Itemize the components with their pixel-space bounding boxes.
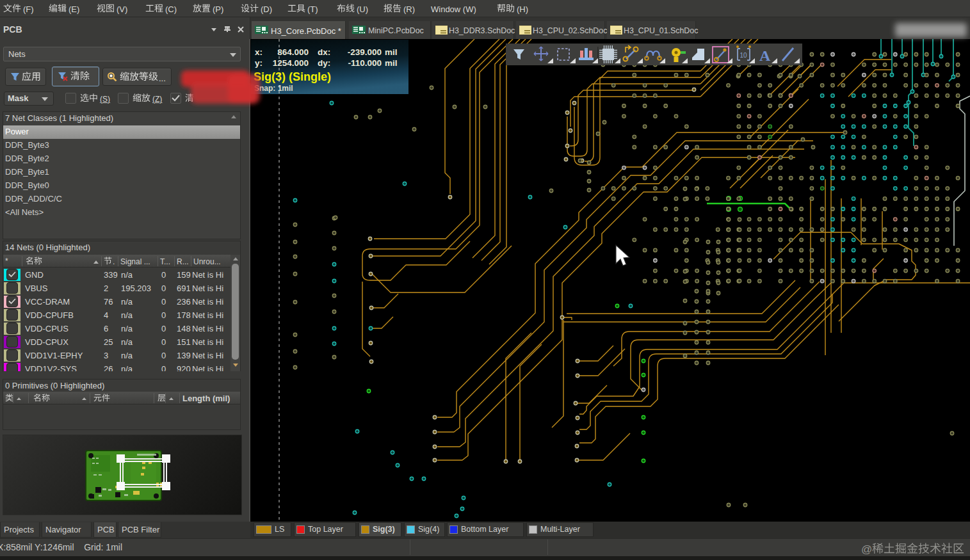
svg-text:mil: mil (385, 58, 398, 68)
svg-text:dy:: dy: (318, 58, 330, 68)
svg-text:10: 10 (740, 52, 748, 59)
svg-text:Snap: 1mil: Snap: 1mil (254, 84, 293, 93)
svg-text:dx:: dx: (318, 47, 330, 57)
svg-text:Sig(3) (Single): Sig(3) (Single) (254, 70, 331, 83)
svg-text:1254.000: 1254.000 (273, 58, 309, 68)
svg-text:x:: x: (255, 47, 263, 57)
svg-text:-239.000: -239.000 (348, 47, 382, 57)
svg-text:864.000: 864.000 (277, 47, 309, 57)
svg-text:A: A (759, 47, 771, 64)
svg-text:-110.000: -110.000 (348, 58, 382, 68)
svg-text:mil: mil (385, 47, 398, 57)
svg-text:y:: y: (255, 58, 263, 68)
